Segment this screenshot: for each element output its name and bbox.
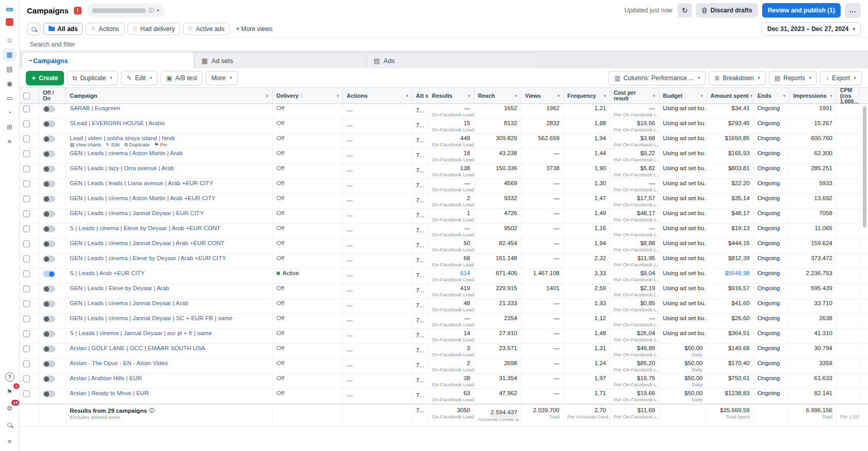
campaign-toggle[interactable]: [43, 136, 55, 142]
row-checkbox[interactable]: [23, 121, 30, 127]
table-row[interactable]: GEN | Leads | cinema | Aston Martin | Ar…: [20, 149, 868, 164]
header-impressions[interactable]: Impressions▾: [789, 88, 836, 103]
campaign-toggle[interactable]: [43, 255, 55, 262]
campaign-toggle[interactable]: [43, 240, 55, 247]
ab-test-button[interactable]: ▣ A/B test: [161, 71, 203, 85]
campaign-name-link[interactable]: Arslan | GOLF LANE | GCC | EMAAR SOUTH U…: [70, 345, 269, 352]
row-checkbox[interactable]: [23, 166, 30, 172]
scrollbar-thumb[interactable]: [863, 106, 866, 228]
help-icon[interactable]: ?: [5, 372, 14, 382]
campaign-name-link[interactable]: GEN | Leads | cinema | Eleve by Deyaar |…: [70, 255, 269, 262]
info-icon[interactable]: ⓘ: [149, 407, 154, 414]
campaign-name-link[interactable]: S | Leads | Arab +EUR CITY: [70, 270, 269, 277]
campaign-toggle[interactable]: [43, 300, 55, 307]
header-delivery[interactable]: Delivery↑▾: [273, 88, 343, 103]
campaign-name-link[interactable]: GEN | Leads | Eleve by Deyaar | Arab: [70, 285, 269, 292]
row-action-edit[interactable]: ✎ Edit: [106, 142, 120, 147]
alert-indicator-icon[interactable]: !: [74, 7, 82, 14]
campaign-toggle[interactable]: [43, 121, 55, 127]
table-row[interactable]: Lead | video | sobha siniya island | hin…: [20, 134, 868, 149]
header-campaign[interactable]: Campaign≡: [66, 88, 273, 103]
table-row[interactable]: GEN | Leads | leads | Liana avenue | Ara…: [20, 179, 868, 194]
account-overview-icon[interactable]: ☺: [3, 34, 17, 47]
header-budget[interactable]: Budget▾: [659, 88, 707, 103]
pin-column-icon[interactable]: ≡: [266, 93, 269, 99]
search-filter-input[interactable]: [30, 41, 340, 48]
row-action-pin[interactable]: ⚑ Pin: [154, 142, 167, 147]
campaign-toggle[interactable]: [43, 285, 55, 292]
ads-reporting-icon[interactable]: ▤: [3, 63, 17, 76]
campaign-toggle[interactable]: [43, 106, 55, 112]
row-checkbox[interactable]: [23, 226, 30, 232]
refresh-button[interactable]: ↻: [677, 3, 692, 18]
header-views[interactable]: Views▾: [521, 88, 564, 103]
vertical-scrollbar[interactable]: [863, 105, 867, 427]
row-checkbox[interactable]: [23, 106, 30, 112]
audiences-icon[interactable]: ◉: [3, 77, 17, 90]
all-tools-icon[interactable]: ≡: [3, 135, 17, 148]
campaign-toggle[interactable]: [43, 375, 55, 382]
more-views-button[interactable]: + More views: [233, 25, 275, 33]
row-checkbox[interactable]: [23, 270, 30, 277]
campaign-name-link[interactable]: SARAB | Evagreen: [70, 105, 269, 112]
campaign-name-link[interactable]: Arslan | Ready to Move | EUR: [70, 390, 269, 397]
select-all-checkbox[interactable]: [20, 88, 39, 103]
filter-chip-actions[interactable]: ⚐ Actions: [86, 23, 124, 35]
more-button[interactable]: More ▾: [206, 71, 237, 85]
campaign-name-link[interactable]: GEN | Leads | cinema | Jannat Deyaar | S…: [70, 315, 269, 322]
campaign-name-link[interactable]: GEN | Leads | cinema | Aston Martin | Ar…: [70, 150, 269, 157]
campaign-toggle[interactable]: [43, 345, 55, 352]
table-row[interactable]: Arslan | GOLF LANE | GCC | EMAAR SOUTH U…: [20, 344, 868, 359]
table-row[interactable]: GEN | Leads | lazy | Orra avenue | ArabO…: [20, 164, 868, 179]
campaign-toggle[interactable]: [43, 196, 55, 202]
business-avatar[interactable]: [6, 18, 13, 26]
header-reach[interactable]: Reach▾: [474, 88, 521, 103]
discard-drafts-button[interactable]: Discard drafts: [696, 3, 758, 18]
row-checkbox[interactable]: [23, 211, 30, 217]
tab-ad-sets[interactable]: ▦ Ad sets: [195, 53, 365, 68]
export-button[interactable]: ↓ Export ▾: [820, 71, 862, 85]
tab-campaigns[interactable]: Campaigns: [23, 53, 193, 68]
header-actions[interactable]: Actions▾: [343, 88, 412, 103]
row-checkbox[interactable]: [23, 285, 30, 292]
row-checkbox[interactable]: [23, 390, 30, 397]
row-checkbox[interactable]: [23, 151, 30, 157]
row-checkbox[interactable]: [23, 196, 30, 202]
campaign-toggle[interactable]: [43, 390, 55, 397]
campaign-name-link[interactable]: GEN | Leads | leads | Liana avenue | Ara…: [70, 180, 269, 187]
campaign-name-link[interactable]: Lead | video | sobha siniya island | hin…: [70, 135, 269, 142]
settings-gear-icon[interactable]: ⚙14: [3, 402, 17, 415]
table-row[interactable]: GEN | Leads | Eleve by Deyaar | ArabOff—…: [20, 284, 868, 299]
campaign-toggle[interactable]: [43, 211, 55, 217]
header-off-on[interactable]: Off / On: [39, 88, 66, 103]
campaign-name-link[interactable]: GEN | Leads | cinema | Jannat Deyaar | A…: [70, 300, 269, 307]
row-checkbox[interactable]: [23, 360, 30, 367]
table-row[interactable]: Arslan | Ready to Move | EUROff—7...63On…: [20, 389, 868, 404]
filter-chip-active-ads[interactable]: ⚐ Active ads: [183, 23, 229, 35]
campaign-toggle[interactable]: [43, 315, 55, 322]
campaigns-nav-icon[interactable]: ▦: [3, 48, 17, 61]
row-checkbox[interactable]: [23, 315, 30, 322]
filter-chip-all-ads[interactable]: All ads: [43, 23, 83, 35]
campaign-toggle[interactable]: [43, 360, 55, 367]
row-checkbox[interactable]: [23, 330, 30, 337]
campaign-name-link[interactable]: S | Leads | cinema | Eleve by Deyaar | A…: [70, 225, 269, 232]
analytics-icon[interactable]: ◔: [3, 106, 17, 119]
table-row[interactable]: Arslan | Arabian Hills | EUROff—7...38On…: [20, 374, 868, 389]
header-cpm[interactable]: CPM (cos 1,000...: [836, 88, 859, 103]
row-checkbox[interactable]: [23, 136, 30, 142]
more-options-button[interactable]: ...: [845, 3, 861, 18]
table-row[interactable]: S | Leads | Arab +EUR CITYActive—7...614…: [20, 269, 868, 284]
create-button[interactable]: + Create: [26, 71, 64, 85]
row-checkbox[interactable]: [23, 300, 30, 307]
ad-account-selector[interactable]: ⓘ ▾: [87, 4, 165, 17]
row-action-view-charts[interactable]: ▧ View charts: [70, 142, 101, 147]
table-row[interactable]: GEN | Leads | cinema | Eleve by Deyaar |…: [20, 254, 868, 269]
table-row[interactable]: GEN | Leads | cinema | Jannat Deyaar | A…: [20, 299, 868, 314]
tab-ads[interactable]: ▤ Ads: [367, 53, 537, 68]
edit-button[interactable]: ✎ Edit ▾: [121, 71, 158, 85]
campaign-toggle[interactable]: [43, 330, 55, 337]
campaign-name-link[interactable]: GEN | Leads | cinema | Jannat Deyaar | A…: [70, 240, 269, 247]
header-frequency[interactable]: Frequency▾: [564, 88, 610, 103]
campaign-toggle[interactable]: [43, 181, 55, 187]
